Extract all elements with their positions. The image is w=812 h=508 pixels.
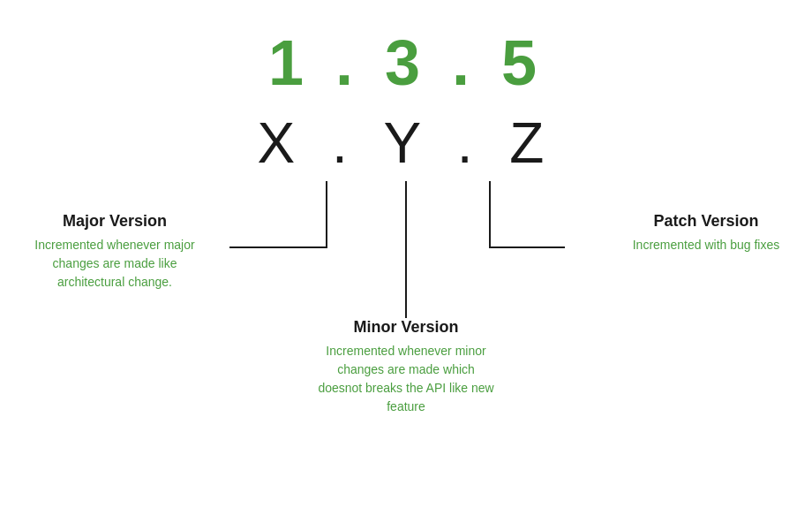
minor-version-block: Minor Version Incremented whenever minor… — [318, 318, 494, 416]
xyz-label: X . Y . Z — [258, 110, 555, 176]
version-number: 1 . 3 . 5 — [268, 27, 544, 99]
major-version-desc: Incremented whenever major changes are m… — [18, 236, 212, 292]
major-version-block: Major Version Incremented whenever major… — [18, 212, 212, 292]
patch-version-desc: Incremented with bug fixes — [618, 236, 794, 254]
minor-version-title: Minor Version — [318, 318, 494, 337]
patch-version-title: Patch Version — [618, 212, 794, 231]
patch-version-block: Patch Version Incremented with bug fixes — [618, 212, 794, 254]
minor-version-desc: Incremented whenever minor changes are m… — [318, 342, 494, 416]
major-version-title: Major Version — [18, 212, 212, 231]
